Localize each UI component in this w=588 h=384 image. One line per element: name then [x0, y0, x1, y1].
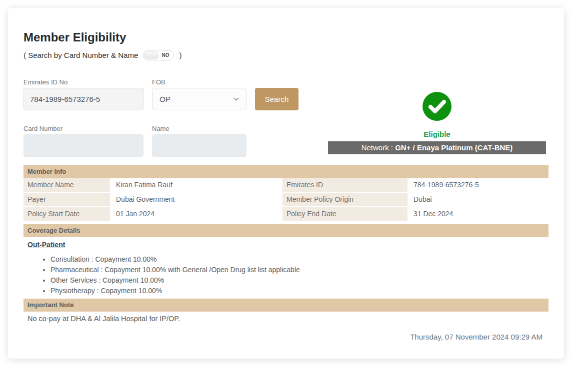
toggle-state-label: NO: [162, 52, 169, 58]
fob-field-group: FOB OP: [152, 79, 246, 110]
info-value: 31 Dec 2024: [408, 207, 548, 222]
member-info-header: Member Info: [24, 165, 548, 178]
toggle-knob-icon: [144, 51, 159, 59]
eligibility-result-block: Eligible Network : GN+ / Enaya Platinum …: [328, 92, 546, 154]
coverage-item: Pharmaceutical : Copayment 10.00% with G…: [50, 265, 548, 275]
emirates-id-field-group: Emirates ID No: [24, 79, 144, 110]
info-label: Member Name: [24, 178, 110, 193]
name-input[interactable]: [152, 134, 246, 157]
member-info-table: Member Name Kiran Fatima Rauf Emirates I…: [24, 178, 548, 222]
info-value: Dubai Government: [110, 193, 282, 207]
fob-select[interactable]: OP: [152, 88, 246, 110]
info-value: 01 Jan 2024: [110, 207, 282, 222]
important-note-header: Important Note: [24, 299, 548, 312]
info-label: Policy Start Date: [24, 207, 110, 222]
search-by-card-toggle[interactable]: NO: [143, 50, 174, 60]
name-label: Name: [152, 125, 246, 132]
page-title: Member Eligibility: [24, 31, 548, 44]
info-value: Kiran Fatima Rauf: [110, 178, 282, 193]
info-label: Emirates ID: [282, 178, 408, 193]
subtitle-prefix: ( Search by Card Number & Name: [24, 51, 140, 59]
fob-label: FOB: [152, 79, 246, 85]
emirates-id-input[interactable]: [24, 88, 144, 110]
network-label: Network :: [362, 143, 396, 152]
check-circle-icon: [422, 92, 452, 121]
info-value: Dubai: [408, 193, 548, 207]
subtitle-suffix: ): [177, 51, 182, 59]
card-number-field-group: Card Number: [24, 125, 144, 157]
search-button[interactable]: Search: [255, 88, 298, 110]
member-eligibility-card: Member Eligibility ( Search by Card Numb…: [8, 8, 564, 359]
network-value: GN+ / Enaya Platinum (CAT-BNE): [395, 143, 512, 152]
fob-selected-value: OP: [160, 95, 170, 103]
coverage-list: Consultation : Copayment 10.00% Pharmace…: [28, 254, 548, 296]
card-number-input[interactable]: [24, 134, 144, 157]
important-note-text: No co-pay at DHA & Al Jalila Hospital fo…: [24, 315, 548, 323]
info-value: 784-1989-6573276-5: [408, 178, 548, 193]
info-label: Policy End Date: [282, 207, 408, 222]
coverage-item: Physiotherapy : Copayment 10.00%: [50, 286, 548, 296]
info-label: Member Policy Origin: [282, 193, 408, 207]
result-timestamp: Thursday, 07 November 2024 09:29 AM: [24, 333, 548, 341]
info-label: Payer: [24, 193, 110, 207]
network-bar: Network : GN+ / Enaya Platinum (CAT-BNE): [328, 141, 546, 154]
coverage-item: Consultation : Copayment 10.00%: [50, 254, 548, 265]
name-field-group: Name: [152, 125, 246, 157]
coverage-item: Other Services : Copayment 10.00%: [50, 275, 548, 286]
status-badge: Eligible: [328, 130, 546, 138]
chevron-down-icon: [234, 97, 239, 101]
out-patient-title: Out-Patient: [28, 241, 65, 249]
search-mode-row: ( Search by Card Number & Name NO ): [24, 50, 548, 60]
coverage-body: Out-Patient Consultation : Copayment 10.…: [24, 237, 548, 296]
emirates-id-label: Emirates ID No: [24, 79, 144, 85]
coverage-details-header: Coverage Details: [24, 224, 548, 237]
card-number-label: Card Number: [24, 125, 144, 132]
